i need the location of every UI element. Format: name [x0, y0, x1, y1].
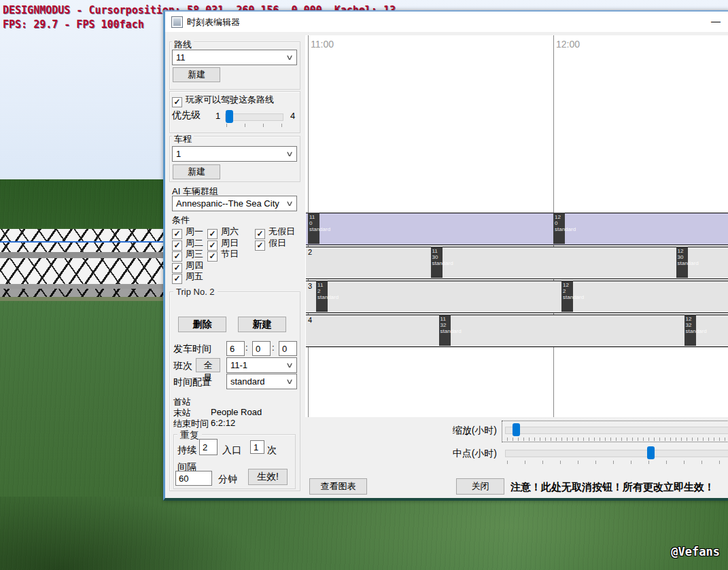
- new-trip-button[interactable]: 新建: [238, 317, 286, 332]
- condition-checkbox-周日[interactable]: ✓周日: [207, 237, 239, 249]
- time-separator: :: [272, 342, 275, 353]
- trip-marker-11-32[interactable]: 1132standard: [439, 315, 451, 346]
- priority-max: 4: [290, 111, 295, 121]
- player-drive-checkbox[interactable]: ✓玩家可以驾驶这条路线: [172, 94, 274, 107]
- trip-select[interactable]: 1 ∨: [172, 146, 297, 162]
- trip-marker-label: 120standard: [555, 214, 602, 232]
- priority-slider-thumb[interactable]: [226, 110, 233, 123]
- debug-fps-text: FPS: 29.7 - FPS 100fach: [3, 18, 144, 31]
- no-cancel-warning: 注意！此处无取消按钮！所有更改立即生效！: [510, 481, 714, 494]
- time-config-label: 时间配置: [173, 376, 211, 389]
- midpoint-slider-ticks: [507, 461, 728, 464]
- trip-marker-11-30[interactable]: 1130standard: [431, 247, 443, 278]
- close-button[interactable]: 关闭: [456, 478, 504, 495]
- timeline-row-1[interactable]: 1: [306, 213, 728, 245]
- route-new-button[interactable]: 新建: [173, 67, 220, 82]
- zoom-slider-ticks: [507, 438, 728, 441]
- time-config-value: standard: [230, 376, 265, 387]
- trip-marker-label: 1230standard: [678, 248, 725, 266]
- checkbox-check-icon: ✓: [172, 274, 182, 284]
- trip-value: 1: [176, 149, 181, 159]
- road-missing-texture-strip: [0, 229, 165, 301]
- priority-slider-track[interactable]: [225, 113, 283, 121]
- repeat-entries-input[interactable]: [250, 440, 264, 454]
- timetable-editor-icon: [171, 16, 183, 28]
- priority-min: 1: [215, 111, 220, 121]
- midpoint-slider-thumb[interactable]: [647, 446, 655, 459]
- trip-marker-12-32[interactable]: 1232standard: [684, 315, 696, 346]
- trip-marker-label: 1132standard: [440, 316, 488, 334]
- repeat-duration-input[interactable]: [199, 439, 218, 455]
- shift-value: 11-1: [230, 360, 247, 370]
- repeat-apply-button[interactable]: 生效!: [248, 469, 288, 485]
- condition-checkbox-周一[interactable]: ✓周一: [172, 226, 203, 237]
- route-select[interactable]: 11 ∨: [172, 50, 297, 65]
- time-config-select[interactable]: standard ∨: [226, 374, 297, 389]
- shift-all-button[interactable]: 全显: [196, 358, 220, 372]
- repeat-entries-label: 入口: [222, 444, 241, 457]
- timeline-row-2[interactable]: 2: [306, 247, 728, 279]
- timeline-row-4[interactable]: 4: [306, 315, 728, 347]
- route-value: 11: [176, 52, 186, 63]
- time-separator: :: [245, 342, 248, 353]
- repeat-entries-suffix: 次: [267, 444, 277, 457]
- condition-label: 周三: [186, 249, 203, 259]
- condition-checkbox-周四[interactable]: ✓周四: [172, 260, 203, 271]
- condition-checkbox-节日[interactable]: ✓节日: [207, 248, 239, 260]
- titlebar[interactable]: 时刻表编辑器 —: [165, 12, 728, 32]
- ai-group-value: Annespanic--The Sea City: [176, 198, 279, 209]
- timeline-area[interactable]: 11:0012:001110standard120standard21130st…: [305, 35, 728, 417]
- condition-label: 假日: [268, 238, 286, 248]
- delete-trip-button[interactable]: 删除: [178, 317, 226, 332]
- conditions-label: 条件: [172, 214, 190, 226]
- timeline-row-3[interactable]: 3: [306, 281, 728, 313]
- ai-group-select[interactable]: Annespanic--The Sea City ∨: [172, 196, 297, 211]
- checkbox-check-icon: ✓: [172, 97, 182, 107]
- trip-new-button[interactable]: 新建: [173, 164, 220, 179]
- row-number: 4: [308, 316, 312, 324]
- trip-marker-label: 1232standard: [686, 316, 728, 334]
- departure-second-input[interactable]: [279, 341, 297, 356]
- condition-checkbox-周六[interactable]: ✓周六: [207, 226, 239, 237]
- trip-marker-12-2[interactable]: 122standard: [561, 281, 573, 312]
- trip-marker-11-2[interactable]: 112standard: [316, 281, 328, 312]
- repeat-label: 重复: [177, 429, 202, 442]
- midpoint-slider-track[interactable]: [505, 450, 728, 457]
- trip-marker-12-0[interactable]: 120standard: [553, 213, 565, 244]
- departure-hour-input[interactable]: [226, 341, 245, 356]
- watermark: @Vefans: [671, 545, 720, 558]
- repeat-interval-input[interactable]: [175, 471, 212, 486]
- shift-select[interactable]: 11-1 ∨: [226, 357, 297, 373]
- shift-label: 班次: [173, 360, 192, 372]
- chevron-down-icon: ∨: [285, 147, 294, 161]
- row-number: 3: [308, 282, 312, 290]
- condition-checkbox-周三[interactable]: ✓周三: [172, 248, 203, 260]
- end-time-label: 结束时间: [173, 418, 209, 430]
- last-stop-value: People Road: [211, 407, 262, 417]
- view-chart-button[interactable]: 查看图表: [309, 478, 367, 495]
- conditions-column: ✓周六✓周日✓节日: [207, 226, 239, 260]
- trip-marker-label: 122standard: [563, 282, 610, 300]
- condition-label: 周六: [221, 226, 239, 236]
- departure-minute-input[interactable]: [252, 341, 271, 356]
- end-time-value: 6:2:12: [211, 418, 235, 428]
- condition-checkbox-假日[interactable]: ✓假日: [255, 237, 295, 249]
- zoom-slider-track[interactable]: [505, 427, 728, 434]
- trip-marker-11-0[interactable]: 110standard: [308, 213, 319, 244]
- grass-foreground: [0, 497, 728, 570]
- conditions-column: ✓无假日✓假日: [255, 226, 295, 248]
- condition-checkbox-周二[interactable]: ✓周二: [172, 237, 203, 249]
- player-drive-label: 玩家可以驾驶这条路线: [186, 94, 274, 105]
- condition-checkbox-周五[interactable]: ✓周五: [172, 270, 203, 282]
- chevron-down-icon: ∨: [285, 358, 294, 372]
- condition-label: 无假日: [268, 226, 295, 236]
- zoom-slider-label: 缩放(小时): [440, 425, 497, 437]
- trip-editor-title: Trip No. 2: [173, 287, 218, 297]
- zoom-slider-thumb[interactable]: [513, 423, 520, 436]
- condition-label: 周五: [186, 271, 203, 281]
- condition-label: 周二: [186, 238, 203, 248]
- trip-marker-12-30[interactable]: 1230standard: [676, 247, 688, 278]
- repeat-duration-label: 持续: [177, 444, 196, 457]
- condition-checkbox-无假日[interactable]: ✓无假日: [255, 226, 295, 237]
- minimize-button[interactable]: —: [707, 13, 725, 29]
